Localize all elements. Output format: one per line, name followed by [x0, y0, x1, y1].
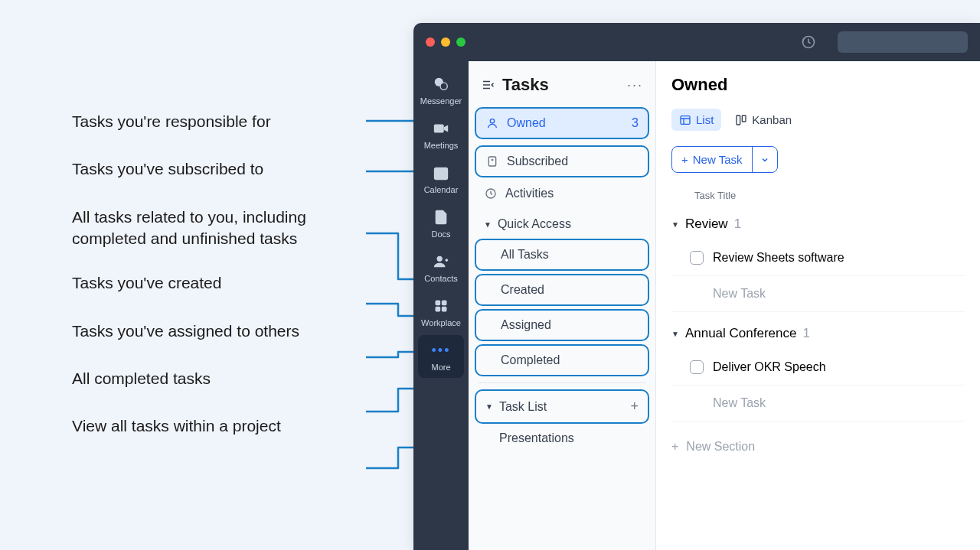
panel-toggle-icon[interactable]: [481, 78, 495, 92]
svg-rect-12: [488, 157, 495, 166]
task-row[interactable]: Deliver OKR Speech: [671, 350, 965, 386]
svg-rect-16: [743, 116, 746, 122]
video-icon: [432, 119, 450, 138]
calendar-icon: 10: [432, 164, 450, 182]
section-title: Quick Access: [498, 217, 571, 231]
task-section-conference[interactable]: ▼ Annual Conference 1: [671, 318, 965, 350]
nav-label: Messenger: [420, 96, 462, 106]
svg-rect-7: [436, 301, 441, 306]
new-task-button[interactable]: + New Task: [671, 146, 778, 173]
nav-calendar[interactable]: 10 Calendar: [418, 158, 464, 200]
nav-label: More: [431, 363, 450, 372]
svg-rect-10: [442, 307, 447, 312]
quick-access-completed[interactable]: Completed: [475, 344, 649, 376]
annotation-task-list: View all tasks within a project: [72, 415, 378, 437]
new-task-dropdown[interactable]: [753, 149, 777, 171]
annotation-all-tasks: All tasks related to you, including comp…: [72, 207, 378, 250]
filter-label: Owned: [507, 116, 546, 130]
list-icon: [679, 114, 691, 126]
annotation-completed: All completed tasks: [72, 368, 378, 389]
plus-icon: +: [671, 440, 678, 454]
tab-label: Kanban: [752, 113, 792, 126]
clock-icon: [484, 187, 498, 200]
svg-text:10: 10: [437, 171, 445, 178]
nav-contacts[interactable]: Contacts: [418, 246, 464, 289]
minimize-window-button[interactable]: [441, 37, 450, 47]
task-section-review[interactable]: ▼ Review 1: [671, 209, 965, 240]
task-list-header[interactable]: ▼ Task List +: [475, 389, 649, 424]
new-task-inline[interactable]: New Task: [671, 276, 965, 312]
annotation-assigned: Tasks you've assigned to others: [72, 321, 378, 342]
section-title: Task List: [499, 400, 547, 414]
section-count: 1: [734, 216, 741, 232]
grid-icon: [432, 297, 450, 315]
view-tab-list[interactable]: List: [671, 109, 721, 131]
section-count: 1: [802, 326, 809, 341]
page-title: Owned: [671, 75, 965, 95]
nav-messenger[interactable]: Messenger: [418, 69, 464, 112]
filter-activities[interactable]: Activities: [475, 179, 649, 208]
section-name: Review: [685, 216, 728, 232]
tab-label: List: [696, 113, 714, 126]
svg-point-2: [440, 83, 447, 89]
maximize-window-button[interactable]: [456, 37, 466, 47]
quick-access-created[interactable]: Created: [475, 274, 649, 306]
chevron-down-icon: ▼: [484, 220, 492, 229]
button-label: New Section: [686, 440, 755, 454]
nav-sidebar: Messenger Meetings 10 Calendar Docs Cont…: [413, 61, 469, 550]
filter-count: 3: [632, 116, 639, 130]
new-section-button[interactable]: + New Section: [671, 428, 965, 466]
nav-meetings[interactable]: Meetings: [418, 113, 464, 156]
filter-owned[interactable]: Owned 3: [475, 107, 649, 139]
filter-subscribed[interactable]: Subscribed: [475, 145, 649, 177]
task-title: Review Sheets software: [713, 251, 844, 265]
app-window: Messenger Meetings 10 Calendar Docs Cont…: [413, 23, 980, 550]
nav-workplace[interactable]: Workplace: [418, 291, 464, 334]
annotation-created: Tasks you've created: [72, 272, 378, 294]
user-icon: [485, 116, 499, 130]
svg-rect-14: [681, 116, 690, 124]
svg-rect-9: [436, 307, 441, 312]
main-content: Owned List Kanban + New Task: [656, 61, 980, 550]
svg-point-11: [490, 119, 494, 123]
plus-icon: +: [681, 153, 688, 166]
task-title: Deliver OKR Speech: [713, 360, 826, 374]
column-header-title: Task Title: [671, 190, 965, 209]
nav-label: Workplace: [421, 318, 461, 327]
contacts-icon: [432, 252, 450, 271]
chevron-down-icon: ▼: [485, 402, 493, 411]
svg-rect-15: [737, 116, 740, 125]
history-icon[interactable]: [801, 34, 816, 50]
search-input[interactable]: [838, 31, 968, 53]
quick-access-assigned[interactable]: Assigned: [475, 309, 649, 341]
section-name: Annual Conference: [685, 326, 797, 341]
nav-docs[interactable]: Docs: [418, 202, 464, 245]
nav-label: Docs: [431, 229, 450, 239]
filter-label: Subscribed: [507, 155, 568, 168]
nav-more[interactable]: ••• More: [418, 335, 464, 378]
tasks-panel: Tasks ··· Owned 3 Subscribed Activities …: [469, 61, 656, 550]
task-checkbox[interactable]: [690, 360, 704, 374]
tasks-more-button[interactable]: ···: [627, 77, 643, 93]
task-list-presentations[interactable]: Presentations: [475, 424, 649, 453]
chevron-down-icon: [760, 155, 769, 164]
annotation-owned: Tasks you're responsible for: [72, 111, 378, 132]
tasks-title: Tasks: [502, 75, 619, 95]
add-task-list-button[interactable]: +: [630, 399, 639, 415]
chevron-down-icon: ▼: [671, 220, 679, 229]
new-task-main[interactable]: + New Task: [672, 147, 753, 172]
quick-access-header[interactable]: ▼ Quick Access: [475, 210, 649, 239]
bookmark-icon: [485, 155, 499, 168]
more-icon: •••: [432, 341, 450, 360]
filter-label: Activities: [505, 187, 554, 200]
close-window-button[interactable]: [426, 37, 435, 47]
task-checkbox[interactable]: [690, 251, 704, 265]
svg-rect-8: [442, 301, 447, 306]
view-tab-kanban[interactable]: Kanban: [727, 109, 799, 131]
task-row[interactable]: Review Sheets software: [671, 240, 965, 276]
kanban-icon: [735, 114, 747, 126]
svg-point-6: [437, 256, 443, 262]
quick-access-all-tasks[interactable]: All Tasks: [475, 239, 649, 271]
chevron-down-icon: ▼: [671, 330, 679, 338]
new-task-inline[interactable]: New Task: [671, 386, 965, 421]
